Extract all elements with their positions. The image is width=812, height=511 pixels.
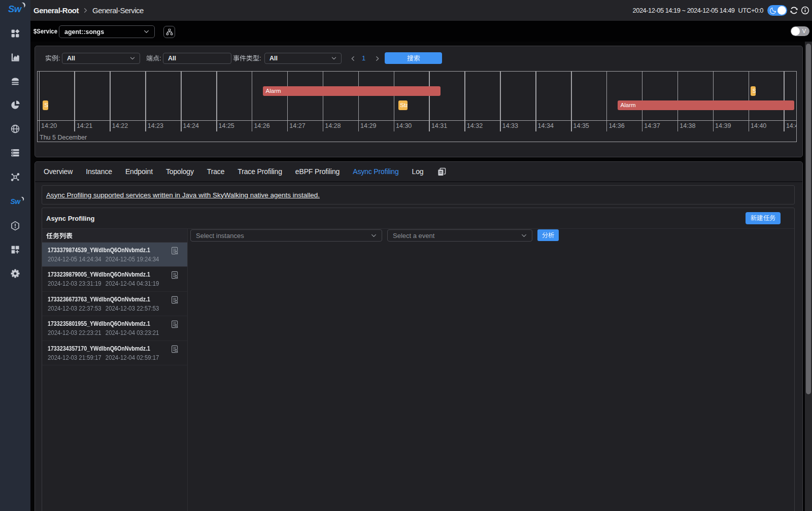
breadcrumb-current[interactable]: General-Service [92, 6, 144, 15]
tab-instance[interactable]: Instance [86, 167, 112, 176]
chart-event-bar[interactable]: Start [751, 86, 756, 96]
info-icon[interactable] [801, 6, 809, 15]
task-detail-icon[interactable] [171, 345, 179, 353]
chart-tick-label: 14:24 [183, 122, 199, 129]
task-detail-icon[interactable] [171, 320, 179, 328]
chart-gridline [145, 72, 146, 131]
refresh-icon[interactable] [790, 6, 798, 15]
instance-filter-label: : [45, 53, 60, 64]
chart-gridline [216, 72, 217, 131]
sidebar-item-grid-plus[interactable] [0, 240, 30, 260]
tab-log[interactable]: Log [412, 167, 424, 176]
sidebar-item-skywalking-logo[interactable]: Sw [0, 191, 30, 212]
task-list-item[interactable]: 1733234357170_YWdlbnQ6OnNvbmdz.12024-12-… [42, 341, 187, 365]
chart-tick-label: 14:40 [751, 122, 766, 129]
tab-trace[interactable]: Trace [207, 167, 225, 176]
task-time-range: 2024-12-05 14:24:342024-12-05 19:24:34 [48, 256, 159, 263]
sidebar-item-gear[interactable] [0, 263, 30, 284]
task-list-item[interactable]: 1733379874539_YWdlbnQ6OnNvbmdz.12024-12-… [42, 243, 187, 267]
chart-tick-label: 14:29 [360, 122, 376, 129]
sidebar-item-server-list[interactable] [0, 143, 30, 163]
tab-overview[interactable]: Overview [44, 167, 73, 176]
chart-gridline [535, 72, 536, 131]
search-button[interactable] [385, 52, 442, 64]
skywalking-logo-icon: Sw [10, 197, 20, 206]
notice-box: Async Profiling supported services writt… [42, 185, 795, 205]
task-detail-icon[interactable] [171, 247, 179, 255]
instances-select[interactable]: Select instances [190, 229, 382, 242]
chart-tick-label: 14:33 [502, 122, 518, 129]
chart-axis-line [38, 120, 796, 121]
task-id: 1733239879005_YWdlbnQ6OnNvbmdz.1 [48, 270, 150, 278]
document-copy-icon[interactable] [437, 167, 447, 176]
page-next-button[interactable] [374, 53, 381, 64]
chart-event-bar[interactable]: Start [398, 100, 408, 110]
skywalking-logo[interactable]: Sw [0, 3, 30, 16]
tab-trace-profiling[interactable]: Trace Profiling [238, 167, 282, 176]
tab-async-profiling[interactable]: Async Profiling [353, 167, 398, 176]
async-profiling-doc-link[interactable]: Async Profiling supported services writt… [42, 191, 320, 199]
event-select[interactable]: Select a event [387, 229, 532, 242]
sidebar-item-shield-alert[interactable] [0, 216, 30, 236]
chart-alarm-bar[interactable]: Alarm [263, 86, 441, 96]
service-topology-button[interactable] [163, 26, 175, 38]
new-task-button[interactable] [746, 212, 781, 224]
tab-endpoint[interactable]: Endpoint [125, 167, 153, 176]
event-type-filter-select[interactable]: All [264, 53, 342, 64]
page-prev-button[interactable] [350, 53, 356, 64]
chevron-down-icon [370, 232, 377, 239]
instances-select-placeholder: Select instances [191, 232, 244, 240]
task-detail-icon[interactable] [171, 296, 179, 304]
time-range-text[interactable]: 2024-12-05 14:19 ~ 2024-12-05 14:49 [633, 7, 735, 14]
service-select[interactable]: agent::songs [59, 25, 155, 38]
layers-icon [10, 76, 20, 86]
chart-gridline [394, 72, 395, 131]
chart-tick-label: 14:27 [289, 122, 305, 129]
chart-gridline [358, 72, 359, 131]
timezone-text[interactable]: UTC+0:0 [738, 7, 763, 14]
sidebar-item-layers[interactable] [0, 71, 30, 91]
task-start-time: 2024-12-03 21:59:17 [48, 354, 101, 361]
sidebar-item-globe[interactable] [0, 119, 30, 139]
events-timeline-chart[interactable]: 14:2014:2114:2214:2314:2414:2514:2614:27… [37, 71, 797, 142]
trend-chart-icon [10, 52, 20, 62]
task-detail-icon[interactable] [171, 271, 179, 279]
tab-topology[interactable]: Topology [166, 167, 194, 176]
breadcrumb-root[interactable]: General-Root [33, 6, 79, 15]
widget-title: Async Profiling [46, 215, 94, 222]
service-detail-panel: OverviewInstanceEndpointTopologyTraceTra… [35, 161, 803, 511]
theme-toggle[interactable] [767, 5, 787, 16]
task-list-item[interactable]: 1733235801955_YWdlbnQ6OnNvbmdz.12024-12-… [42, 316, 187, 340]
task-end-time: 2024-12-04 02:59:17 [106, 354, 159, 361]
version-toggle[interactable]: V [791, 26, 809, 36]
chart-gridline [181, 72, 182, 131]
task-list-item[interactable]: 1733239879005_YWdlbnQ6OnNvbmdz.12024-12-… [42, 267, 187, 291]
grid-plus-icon [10, 245, 20, 255]
analyze-button[interactable] [537, 229, 559, 241]
chart-tick-label: 14:21 [77, 122, 92, 129]
theme-toggle-knob [777, 6, 786, 15]
dashboard-grid-icon [10, 28, 20, 39]
chart-gridline [252, 72, 253, 131]
version-toggle-label: V [802, 28, 806, 34]
chart-tick-label: 14:32 [467, 122, 483, 129]
scrollbar-thumb[interactable] [806, 44, 811, 394]
chart-gridline [323, 72, 324, 131]
task-list-item[interactable]: 1733236673763_YWdlbnQ6OnNvbmdz.12024-12-… [42, 292, 187, 316]
sidebar-item-dashboard-grid[interactable] [0, 23, 30, 44]
instance-filter-select[interactable]: All [62, 53, 140, 64]
sidebar-item-pie-chart[interactable] [0, 95, 30, 115]
event-type-filter-value: All [265, 55, 278, 62]
scrollbar[interactable] [805, 42, 812, 511]
chart-alarm-bar[interactable]: Alarm [618, 100, 794, 110]
top-header-bar: General-Root General-Service 2024-12-05 … [30, 0, 812, 21]
tab-ebpf-profiling[interactable]: eBPF Profiling [295, 167, 340, 176]
chart-event-bar[interactable]: Start [43, 100, 48, 110]
chart-gridline [500, 72, 501, 131]
tab-bar: OverviewInstanceEndpointTopologyTraceTra… [35, 162, 802, 182]
sidebar-item-topology[interactable] [0, 167, 30, 187]
sidebar-item-trend-chart[interactable] [0, 47, 30, 67]
chart-tick-label: 14:28 [325, 122, 341, 129]
endpoint-filter-input[interactable]: All [163, 53, 231, 64]
chart-gridline [606, 72, 607, 131]
